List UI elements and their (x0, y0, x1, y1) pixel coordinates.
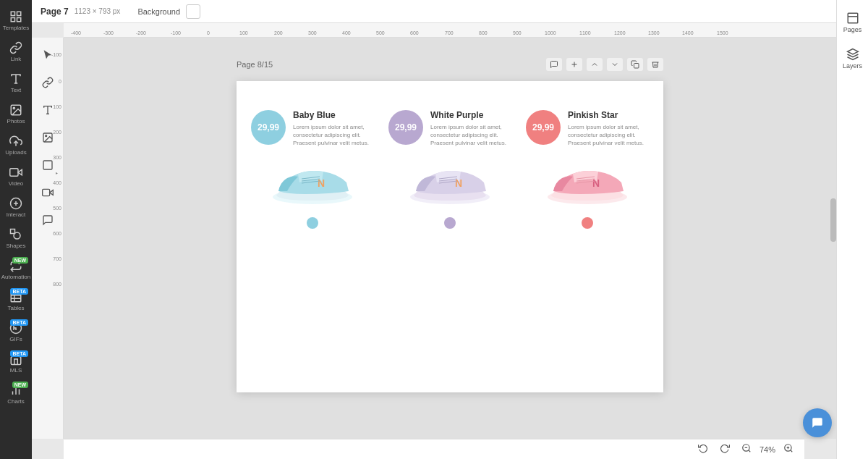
image-tool[interactable] (36, 126, 59, 149)
product-name-pinkish-star: Pinkish Star (568, 110, 649, 120)
shoe-img-pinkish-star: N (540, 153, 634, 211)
product-name-baby-blue: Baby Blue (293, 110, 374, 120)
mls-badge: BETA (10, 350, 28, 357)
svg-line-55 (791, 450, 793, 452)
redo-btn[interactable] (716, 442, 733, 457)
shape-tool[interactable] (36, 153, 59, 177)
sidebar-item-interact[interactable]: Interact (1, 193, 30, 222)
ruler-horizontal: -400 -300 -200 -100 0 100 200 300 400 50… (64, 23, 836, 38)
svg-line-52 (749, 450, 751, 452)
chat-bubble-btn[interactable] (803, 408, 832, 437)
sidebar-item-charts[interactable]: NEW Charts (1, 379, 30, 409)
sidebar-item-uploads-label: Uploads (5, 149, 26, 156)
video-tool[interactable] (36, 181, 59, 204)
sidebar-item-gifs[interactable]: BETA GIFs (1, 317, 30, 347)
svg-rect-12 (11, 230, 15, 234)
sidebar-item-uploads[interactable]: Uploads (1, 130, 30, 160)
right-panel-pages[interactable]: Pages (838, 6, 867, 39)
page-comment-btn[interactable] (546, 58, 562, 71)
sidebar-item-shapes[interactable]: Shapes (1, 224, 30, 253)
product-pinkish-star: 29,99 Pinkish Star Lorem ipsum dolor sit… (526, 110, 649, 229)
product-baby-blue: 29,99 Baby Blue Lorem ipsum dolor sit am… (251, 110, 374, 229)
sidebar-item-text[interactable]: Text (1, 68, 30, 98)
price-circle-white-purple: 29,99 (388, 110, 423, 145)
svg-rect-35 (634, 64, 639, 69)
shoe-img-white-purple: N (403, 153, 497, 211)
sidebar-item-gifs-label: GIFs (9, 336, 22, 342)
app-sidebar: Templates Link Text Photos Uploads Video (0, 0, 32, 459)
page-duplicate-btn[interactable] (627, 58, 643, 71)
page-add-btn[interactable] (566, 58, 582, 71)
svg-rect-10 (10, 169, 18, 177)
undo-btn[interactable] (694, 442, 712, 457)
sidebar-item-tables-label: Tables (7, 305, 24, 311)
sidebar-item-automation-label: Automation (1, 274, 30, 280)
color-dot-pinkish-star (582, 217, 593, 229)
sidebar-item-photos-label: Photos (7, 118, 25, 125)
sidebar-item-text-label: Text (11, 87, 22, 93)
right-panel: Pages Layers (836, 0, 868, 459)
zoom-out-btn[interactable] (738, 442, 755, 457)
product-header-pinkish-star: 29,99 Pinkish Star Lorem ipsum dolor sit… (526, 110, 649, 148)
page-toolbar-actions (546, 58, 663, 71)
canvas-area[interactable]: Page 8/15 (64, 38, 836, 439)
sidebar-item-video[interactable]: Video (1, 161, 30, 191)
sidebar-item-mls[interactable]: BETA MLS (1, 348, 30, 378)
sidebar-item-tables[interactable]: BETA Tables (1, 286, 30, 316)
sidebar-item-mls-label: MLS (10, 367, 22, 374)
product-header-baby-blue: 29,99 Baby Blue Lorem ipsum dolor sit am… (251, 110, 374, 148)
product-desc-baby-blue: Lorem ipsum dolor sit amet, consectetur … (293, 123, 374, 148)
svg-rect-0 (11, 12, 14, 15)
svg-rect-23 (848, 13, 858, 23)
main-canvas-area: -400 -300 -200 -100 0 100 200 300 400 50… (32, 23, 836, 459)
text-tool[interactable] (36, 98, 59, 122)
background-swatch[interactable] (186, 4, 200, 19)
product-desc-white-purple: Lorem ipsum dolor sit amet, consectetur … (430, 123, 511, 148)
product-info-pinkish-star: Pinkish Star Lorem ipsum dolor sit amet,… (568, 110, 649, 148)
svg-marker-25 (847, 49, 858, 55)
color-dot-baby-blue (307, 217, 318, 229)
zoom-in-btn[interactable] (780, 442, 797, 457)
bottom-bar: 74% (64, 439, 804, 459)
page-info: Page 7 (41, 7, 69, 17)
price-circle-pinkish-star: 29,99 (526, 110, 561, 145)
page-up-btn[interactable] (587, 58, 603, 71)
svg-marker-31 (50, 190, 54, 195)
sidebar-item-photos[interactable]: Photos (1, 99, 30, 129)
svg-rect-32 (43, 189, 50, 195)
svg-rect-2 (11, 18, 14, 22)
product-name-white-purple: White Purple (430, 110, 511, 120)
shoe-img-baby-blue: N (265, 153, 359, 211)
svg-rect-30 (43, 161, 52, 169)
svg-point-7 (13, 107, 14, 109)
tables-badge: BETA (10, 288, 28, 295)
background-label: Background (137, 7, 180, 16)
link-tool[interactable] (36, 71, 59, 94)
sidebar-item-templates-label: Templates (3, 25, 29, 31)
page-down-btn[interactable] (607, 58, 623, 71)
charts-badge: NEW (12, 382, 28, 388)
page-delete-btn[interactable] (647, 58, 663, 71)
scrollbar-thumb[interactable] (830, 198, 836, 242)
svg-rect-1 (17, 12, 21, 15)
sidebar-item-automation[interactable]: NEW Automation (1, 255, 30, 285)
right-panel-layers[interactable]: Layers (838, 42, 867, 75)
price-pinkish-star: 29,99 (532, 122, 554, 132)
svg-marker-9 (18, 169, 22, 175)
sidebar-item-templates[interactable]: Templates (1, 6, 30, 35)
sidebar-item-interact-label: Interact (7, 211, 26, 218)
sidebar-item-link[interactable]: Link (1, 37, 30, 67)
sidebar-item-link-label: Link (11, 56, 22, 62)
page-toolbar: Page 8/15 (237, 58, 663, 71)
product-header-white-purple: 29,99 White Purple Lorem ipsum dolor sit… (388, 110, 511, 148)
pointer-tool[interactable] (36, 43, 59, 67)
automation-badge: NEW (12, 257, 28, 264)
page-size: 1123 × 793 px (75, 7, 121, 15)
comment-tool[interactable] (36, 209, 59, 232)
vertical-scrollbar[interactable] (830, 38, 836, 439)
product-info-baby-blue: Baby Blue Lorem ipsum dolor sit amet, co… (293, 110, 374, 148)
product-white-purple: 29,99 White Purple Lorem ipsum dolor sit… (388, 110, 511, 229)
price-white-purple: 29,99 (395, 122, 417, 132)
right-panel-layers-label: Layers (843, 62, 862, 70)
top-bar: Page 7 1123 × 793 px Background (32, 0, 868, 23)
